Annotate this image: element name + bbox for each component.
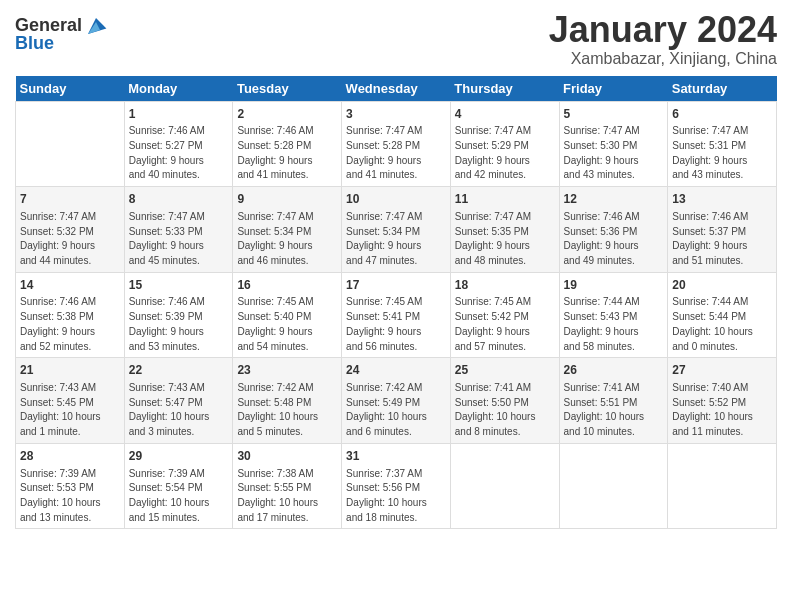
day-info: Sunrise: 7:43 AM Sunset: 5:47 PM Dayligh… [129, 382, 210, 437]
calendar-cell: 14Sunrise: 7:46 AM Sunset: 5:38 PM Dayli… [16, 272, 125, 358]
title-block: January 2024 Xambabazar, Xinjiang, China [549, 10, 777, 68]
day-number: 15 [129, 277, 229, 294]
calendar-week-row: 21Sunrise: 7:43 AM Sunset: 5:45 PM Dayli… [16, 358, 777, 444]
day-number: 28 [20, 448, 120, 465]
day-number: 24 [346, 362, 446, 379]
weekday-header-wednesday: Wednesday [342, 76, 451, 102]
calendar-cell: 18Sunrise: 7:45 AM Sunset: 5:42 PM Dayli… [450, 272, 559, 358]
day-number: 21 [20, 362, 120, 379]
day-info: Sunrise: 7:44 AM Sunset: 5:43 PM Dayligh… [564, 296, 640, 351]
calendar-cell: 12Sunrise: 7:46 AM Sunset: 5:36 PM Dayli… [559, 187, 668, 273]
day-info: Sunrise: 7:46 AM Sunset: 5:38 PM Dayligh… [20, 296, 96, 351]
calendar-cell: 16Sunrise: 7:45 AM Sunset: 5:40 PM Dayli… [233, 272, 342, 358]
weekday-header-row: SundayMondayTuesdayWednesdayThursdayFrid… [16, 76, 777, 102]
calendar-cell: 15Sunrise: 7:46 AM Sunset: 5:39 PM Dayli… [124, 272, 233, 358]
day-info: Sunrise: 7:42 AM Sunset: 5:48 PM Dayligh… [237, 382, 318, 437]
calendar-cell: 4Sunrise: 7:47 AM Sunset: 5:29 PM Daylig… [450, 101, 559, 187]
calendar-week-row: 1Sunrise: 7:46 AM Sunset: 5:27 PM Daylig… [16, 101, 777, 187]
calendar-cell: 6Sunrise: 7:47 AM Sunset: 5:31 PM Daylig… [668, 101, 777, 187]
day-number: 12 [564, 191, 664, 208]
day-info: Sunrise: 7:46 AM Sunset: 5:39 PM Dayligh… [129, 296, 205, 351]
calendar-week-row: 7Sunrise: 7:47 AM Sunset: 5:32 PM Daylig… [16, 187, 777, 273]
day-number: 7 [20, 191, 120, 208]
day-info: Sunrise: 7:46 AM Sunset: 5:27 PM Dayligh… [129, 125, 205, 180]
day-info: Sunrise: 7:47 AM Sunset: 5:34 PM Dayligh… [346, 211, 422, 266]
day-info: Sunrise: 7:47 AM Sunset: 5:31 PM Dayligh… [672, 125, 748, 180]
calendar-cell: 30Sunrise: 7:38 AM Sunset: 5:55 PM Dayli… [233, 443, 342, 529]
calendar-cell: 17Sunrise: 7:45 AM Sunset: 5:41 PM Dayli… [342, 272, 451, 358]
calendar-cell: 28Sunrise: 7:39 AM Sunset: 5:53 PM Dayli… [16, 443, 125, 529]
day-info: Sunrise: 7:47 AM Sunset: 5:28 PM Dayligh… [346, 125, 422, 180]
day-number: 14 [20, 277, 120, 294]
calendar-cell: 20Sunrise: 7:44 AM Sunset: 5:44 PM Dayli… [668, 272, 777, 358]
calendar-cell: 10Sunrise: 7:47 AM Sunset: 5:34 PM Dayli… [342, 187, 451, 273]
calendar-cell [16, 101, 125, 187]
day-info: Sunrise: 7:39 AM Sunset: 5:54 PM Dayligh… [129, 468, 210, 523]
calendar-cell: 5Sunrise: 7:47 AM Sunset: 5:30 PM Daylig… [559, 101, 668, 187]
calendar-cell [668, 443, 777, 529]
month-title: January 2024 [549, 10, 777, 50]
calendar-cell: 22Sunrise: 7:43 AM Sunset: 5:47 PM Dayli… [124, 358, 233, 444]
calendar-cell: 3Sunrise: 7:47 AM Sunset: 5:28 PM Daylig… [342, 101, 451, 187]
calendar-cell: 13Sunrise: 7:46 AM Sunset: 5:37 PM Dayli… [668, 187, 777, 273]
day-number: 1 [129, 106, 229, 123]
calendar-week-row: 28Sunrise: 7:39 AM Sunset: 5:53 PM Dayli… [16, 443, 777, 529]
day-info: Sunrise: 7:46 AM Sunset: 5:36 PM Dayligh… [564, 211, 640, 266]
day-number: 16 [237, 277, 337, 294]
day-number: 20 [672, 277, 772, 294]
day-info: Sunrise: 7:41 AM Sunset: 5:50 PM Dayligh… [455, 382, 536, 437]
page-container: General Blue January 2024 Xambabazar, Xi… [0, 0, 792, 539]
day-number: 5 [564, 106, 664, 123]
calendar-body: 1Sunrise: 7:46 AM Sunset: 5:27 PM Daylig… [16, 101, 777, 529]
calendar-week-row: 14Sunrise: 7:46 AM Sunset: 5:38 PM Dayli… [16, 272, 777, 358]
day-number: 10 [346, 191, 446, 208]
day-info: Sunrise: 7:39 AM Sunset: 5:53 PM Dayligh… [20, 468, 101, 523]
day-number: 29 [129, 448, 229, 465]
weekday-header-sunday: Sunday [16, 76, 125, 102]
calendar-cell: 2Sunrise: 7:46 AM Sunset: 5:28 PM Daylig… [233, 101, 342, 187]
day-info: Sunrise: 7:47 AM Sunset: 5:29 PM Dayligh… [455, 125, 531, 180]
calendar-cell: 21Sunrise: 7:43 AM Sunset: 5:45 PM Dayli… [16, 358, 125, 444]
day-number: 23 [237, 362, 337, 379]
day-number: 31 [346, 448, 446, 465]
weekday-header-thursday: Thursday [450, 76, 559, 102]
day-info: Sunrise: 7:38 AM Sunset: 5:55 PM Dayligh… [237, 468, 318, 523]
calendar-cell: 31Sunrise: 7:37 AM Sunset: 5:56 PM Dayli… [342, 443, 451, 529]
location-subtitle: Xambabazar, Xinjiang, China [549, 50, 777, 68]
day-number: 6 [672, 106, 772, 123]
calendar-cell: 7Sunrise: 7:47 AM Sunset: 5:32 PM Daylig… [16, 187, 125, 273]
calendar-cell: 1Sunrise: 7:46 AM Sunset: 5:27 PM Daylig… [124, 101, 233, 187]
day-number: 9 [237, 191, 337, 208]
day-number: 19 [564, 277, 664, 294]
weekday-header-saturday: Saturday [668, 76, 777, 102]
day-info: Sunrise: 7:46 AM Sunset: 5:28 PM Dayligh… [237, 125, 313, 180]
day-info: Sunrise: 7:46 AM Sunset: 5:37 PM Dayligh… [672, 211, 748, 266]
weekday-header-tuesday: Tuesday [233, 76, 342, 102]
day-info: Sunrise: 7:45 AM Sunset: 5:42 PM Dayligh… [455, 296, 531, 351]
day-number: 18 [455, 277, 555, 294]
day-number: 4 [455, 106, 555, 123]
calendar-cell: 8Sunrise: 7:47 AM Sunset: 5:33 PM Daylig… [124, 187, 233, 273]
day-info: Sunrise: 7:43 AM Sunset: 5:45 PM Dayligh… [20, 382, 101, 437]
day-number: 30 [237, 448, 337, 465]
weekday-header-friday: Friday [559, 76, 668, 102]
day-info: Sunrise: 7:37 AM Sunset: 5:56 PM Dayligh… [346, 468, 427, 523]
day-info: Sunrise: 7:47 AM Sunset: 5:32 PM Dayligh… [20, 211, 96, 266]
day-number: 2 [237, 106, 337, 123]
day-info: Sunrise: 7:45 AM Sunset: 5:40 PM Dayligh… [237, 296, 313, 351]
day-number: 13 [672, 191, 772, 208]
day-number: 25 [455, 362, 555, 379]
calendar-cell: 26Sunrise: 7:41 AM Sunset: 5:51 PM Dayli… [559, 358, 668, 444]
day-number: 22 [129, 362, 229, 379]
logo-icon [84, 14, 108, 38]
calendar-cell: 11Sunrise: 7:47 AM Sunset: 5:35 PM Dayli… [450, 187, 559, 273]
calendar-cell [559, 443, 668, 529]
calendar-cell: 29Sunrise: 7:39 AM Sunset: 5:54 PM Dayli… [124, 443, 233, 529]
day-number: 27 [672, 362, 772, 379]
weekday-header-monday: Monday [124, 76, 233, 102]
day-info: Sunrise: 7:47 AM Sunset: 5:30 PM Dayligh… [564, 125, 640, 180]
calendar-cell: 27Sunrise: 7:40 AM Sunset: 5:52 PM Dayli… [668, 358, 777, 444]
day-info: Sunrise: 7:47 AM Sunset: 5:33 PM Dayligh… [129, 211, 205, 266]
day-info: Sunrise: 7:47 AM Sunset: 5:35 PM Dayligh… [455, 211, 531, 266]
day-info: Sunrise: 7:41 AM Sunset: 5:51 PM Dayligh… [564, 382, 645, 437]
